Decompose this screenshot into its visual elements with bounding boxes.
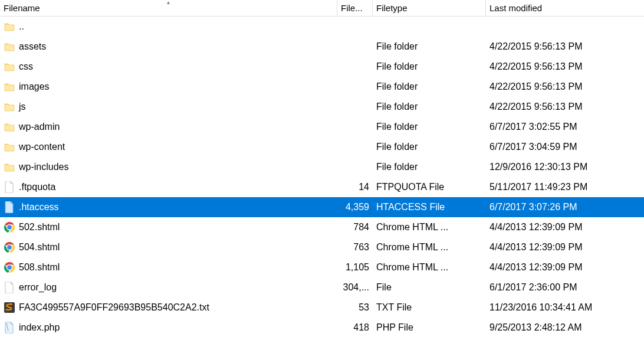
column-header-filename-label: Filename — [4, 3, 40, 13]
lastmodified-text: 9/25/2013 2:48:12 AM — [489, 322, 582, 333]
file-row[interactable]: .ftpquota14FTPQUOTA File5/11/2017 11:49:… — [0, 177, 644, 197]
cell-filesize — [337, 37, 373, 57]
file-row[interactable]: .htaccess4,359HTACCESS File6/7/2017 3:07… — [0, 197, 644, 217]
file-row[interactable]: .. — [0, 17, 644, 37]
filetype-text: File folder — [376, 61, 418, 72]
filesize-text: 53 — [359, 302, 369, 313]
cell-filetype: File folder — [373, 37, 486, 57]
column-header-filesize-label: File... — [341, 3, 363, 13]
cell-filename: images — [0, 77, 337, 97]
filetype-text: File folder — [376, 102, 418, 112]
lastmodified-text: 5/11/2017 11:49:23 PM — [489, 182, 587, 192]
file-row[interactable]: 504.shtml763Chrome HTML ...4/4/2013 12:3… — [0, 237, 644, 257]
file-row[interactable]: 502.shtml784Chrome HTML ...4/4/2013 12:3… — [0, 217, 644, 237]
folder-icon — [4, 41, 15, 53]
cell-filename: 504.shtml — [0, 237, 337, 257]
column-header-filename[interactable]: Filename ▴ — [0, 0, 337, 16]
filename-text: css — [19, 61, 33, 72]
filename-text: .htaccess — [19, 202, 59, 212]
file-row[interactable]: wp-adminFile folder6/7/2017 3:02:55 PM — [0, 117, 644, 137]
folder-icon — [4, 161, 15, 173]
lastmodified-text: 4/4/2013 12:39:09 PM — [489, 242, 582, 253]
cell-filename: wp-content — [0, 137, 337, 157]
cell-filetype: TXT File — [373, 298, 486, 318]
chrome-icon — [4, 241, 15, 253]
filetype-text: File folder — [376, 162, 418, 172]
cell-filesize: 784 — [337, 217, 373, 237]
cell-filesize — [337, 77, 373, 97]
chrome-icon — [4, 261, 15, 273]
cell-filesize: 763 — [337, 237, 373, 257]
filetype-text: PHP File — [376, 322, 413, 333]
lastmodified-text: 4/4/2013 12:39:09 PM — [489, 222, 582, 233]
cell-lastmodified: 6/7/2017 3:04:59 PM — [486, 137, 644, 157]
cell-lastmodified — [486, 17, 644, 37]
cell-filesize: 1,105 — [337, 257, 373, 277]
cell-filesize: 304,... — [337, 277, 373, 298]
filetype-text: File folder — [376, 81, 418, 92]
file-icon — [4, 181, 15, 193]
lastmodified-text: 6/1/2017 2:36:00 PM — [489, 282, 577, 293]
filetype-text: File folder — [376, 122, 418, 132]
file-row[interactable]: 508.shtml1,105Chrome HTML ...4/4/2013 12… — [0, 257, 644, 277]
file-row[interactable]: jsFile folder4/22/2015 9:56:13 PM — [0, 97, 644, 117]
cell-lastmodified: 5/11/2017 11:49:23 PM — [486, 177, 644, 197]
cell-filesize — [337, 117, 373, 137]
filetype-text: Chrome HTML ... — [376, 262, 448, 273]
file-row[interactable]: wp-contentFile folder6/7/2017 3:04:59 PM — [0, 137, 644, 157]
filetype-text: TXT File — [376, 302, 412, 313]
file-row[interactable]: wp-includesFile folder12/9/2016 12:30:13… — [0, 157, 644, 177]
filesize-text: 304,... — [343, 282, 369, 293]
chrome-icon — [4, 221, 15, 233]
filesize-text: 14 — [359, 182, 369, 192]
cell-filesize: 14 — [337, 177, 373, 197]
file-icon — [4, 282, 15, 293]
column-header-lastmodified[interactable]: Last modified — [486, 0, 644, 16]
file-row[interactable]: FA3C499557A9F0FF29693B95B540C2A2.txt53TX… — [0, 298, 644, 318]
cell-lastmodified: 4/4/2013 12:39:09 PM — [486, 237, 644, 257]
filetype-text: File folder — [376, 142, 418, 152]
cell-lastmodified: 6/7/2017 3:07:26 PM — [486, 197, 644, 217]
folder-icon — [4, 101, 15, 113]
cell-filename: assets — [0, 37, 337, 57]
filename-text: wp-includes — [19, 162, 68, 172]
lastmodified-text: 6/7/2017 3:02:55 PM — [489, 122, 577, 132]
file-row[interactable]: index.php418PHP File9/25/2013 2:48:12 AM — [0, 318, 644, 338]
folder-icon — [4, 121, 15, 133]
cell-filename: .ftpquota — [0, 177, 337, 197]
column-header-filesize[interactable]: File... — [337, 0, 373, 16]
cell-filename: wp-includes — [0, 157, 337, 177]
column-header-filetype[interactable]: Filetype — [373, 0, 486, 16]
filename-text: 508.shtml — [19, 262, 60, 273]
lastmodified-text: 4/22/2015 9:56:13 PM — [489, 81, 582, 92]
filetype-text: Chrome HTML ... — [376, 242, 448, 253]
cell-filetype: File folder — [373, 77, 486, 97]
filename-text: images — [19, 81, 50, 92]
sort-asc-icon: ▴ — [167, 0, 170, 5]
folder-icon — [4, 141, 15, 153]
cell-lastmodified: 6/1/2017 2:36:00 PM — [486, 277, 644, 298]
cell-filename: .htaccess — [0, 197, 337, 217]
sublime-icon — [4, 302, 15, 313]
filesize-text: 763 — [353, 242, 369, 253]
filename-text: index.php — [19, 322, 60, 333]
lastmodified-text: 4/4/2013 12:39:09 PM — [489, 262, 582, 273]
cell-filetype: FTPQUOTA File — [373, 177, 486, 197]
filename-text: wp-admin — [19, 122, 60, 132]
php-file-icon — [4, 322, 15, 334]
cell-filetype — [373, 17, 486, 37]
file-row[interactable]: cssFile folder4/22/2015 9:56:13 PM — [0, 57, 644, 77]
cell-filename: .. — [0, 17, 337, 37]
cell-filename: css — [0, 57, 337, 77]
folder-icon — [4, 21, 15, 32]
file-row[interactable]: imagesFile folder4/22/2015 9:56:13 PM — [0, 77, 644, 97]
cell-filename: FA3C499557A9F0FF29693B95B540C2A2.txt — [0, 298, 337, 318]
filename-text: error_log — [19, 282, 57, 293]
file-row[interactable]: error_log304,...File6/1/2017 2:36:00 PM — [0, 277, 644, 298]
lastmodified-text: 12/9/2016 12:30:13 PM — [489, 162, 587, 172]
lastmodified-text: 4/22/2015 9:56:13 PM — [489, 41, 582, 52]
cell-filesize — [337, 137, 373, 157]
column-header-row: Filename ▴ File... Filetype Last modifie… — [0, 0, 644, 17]
lastmodified-text: 11/23/2016 10:34:41 AM — [489, 302, 592, 313]
file-row[interactable]: assetsFile folder4/22/2015 9:56:13 PM — [0, 37, 644, 57]
